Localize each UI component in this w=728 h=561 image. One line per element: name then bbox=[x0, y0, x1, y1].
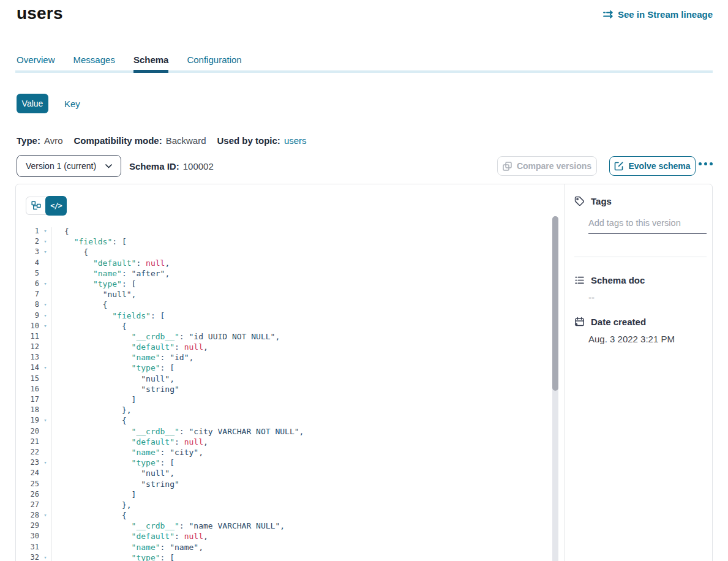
code-line: 19▾ { bbox=[16, 415, 564, 426]
code-line: 18 }, bbox=[16, 405, 564, 415]
tags-section-heading: Tags bbox=[574, 196, 612, 206]
code-text: "name": "id", bbox=[51, 352, 193, 363]
value-key-toggle: Value Key bbox=[17, 94, 80, 113]
line-number: 26 bbox=[16, 489, 39, 500]
line-number: 2 bbox=[16, 236, 39, 247]
scrollbar-thumb[interactable] bbox=[552, 216, 558, 391]
fold-arrow-icon[interactable]: ▾ bbox=[39, 247, 51, 257]
type-value: Avro bbox=[44, 135, 63, 146]
fold-spacer bbox=[39, 542, 51, 552]
add-tags-input[interactable] bbox=[588, 218, 707, 234]
code-line: 26 ] bbox=[16, 489, 564, 500]
code-view-button[interactable]: </> bbox=[45, 196, 67, 216]
chevron-down-icon bbox=[105, 164, 112, 168]
tab-overview[interactable]: Overview bbox=[17, 55, 55, 72]
code-line: 5 "name": "after", bbox=[16, 268, 564, 279]
fold-arrow-icon[interactable]: ▾ bbox=[39, 226, 51, 236]
compare-versions-button[interactable]: Compare versions bbox=[497, 156, 597, 176]
code-line: 13 "name": "id", bbox=[16, 352, 564, 363]
version-select-value: Version 1 (current) bbox=[26, 161, 96, 171]
fold-spacer bbox=[39, 394, 51, 405]
compatibility-label: Compatibility mode: bbox=[73, 135, 162, 146]
code-text: "__crdb__": "id UUID NOT NULL", bbox=[51, 331, 280, 342]
code-line: 32▾ "type": [ bbox=[16, 552, 564, 561]
code-text: { bbox=[51, 321, 127, 331]
code-text: { bbox=[51, 299, 107, 310]
fold-arrow-icon[interactable]: ▾ bbox=[39, 363, 51, 373]
fold-arrow-icon[interactable]: ▾ bbox=[39, 236, 51, 247]
fold-spacer bbox=[39, 447, 51, 457]
fold-spacer bbox=[39, 437, 51, 447]
schema-panel: </> 1▾{2▾ "fields": [3▾ {4 "default": nu… bbox=[15, 184, 713, 561]
code-line: 28▾ { bbox=[16, 510, 564, 521]
fold-spacer bbox=[39, 342, 51, 352]
line-number: 21 bbox=[16, 437, 39, 447]
fold-spacer bbox=[39, 489, 51, 500]
edit-icon bbox=[614, 162, 623, 171]
tree-view-button[interactable] bbox=[26, 197, 47, 215]
schema-meta-row: Type: Avro Compatibility mode: Backward … bbox=[17, 135, 307, 146]
code-line: 4 "default": null, bbox=[16, 258, 564, 268]
tab-configuration[interactable]: Configuration bbox=[187, 55, 241, 72]
value-tab-button[interactable]: Value bbox=[17, 94, 48, 113]
schema-doc-heading-label: Schema doc bbox=[591, 275, 645, 285]
code-text: "type": [ bbox=[51, 552, 174, 561]
fold-spacer bbox=[39, 405, 51, 415]
tag-icon bbox=[574, 196, 585, 206]
code-text: "type": [ bbox=[51, 363, 174, 373]
line-number: 25 bbox=[16, 479, 39, 489]
date-created-heading: Date created bbox=[574, 317, 646, 327]
schema-code-editor[interactable]: 1▾{2▾ "fields": [3▾ {4 "default": null,5… bbox=[16, 226, 564, 561]
date-created-heading-label: Date created bbox=[591, 317, 646, 327]
fold-arrow-icon[interactable]: ▾ bbox=[39, 311, 51, 321]
line-number: 4 bbox=[16, 258, 39, 268]
topic-link[interactable]: users bbox=[284, 135, 307, 146]
fold-arrow-icon[interactable]: ▾ bbox=[39, 299, 51, 310]
fold-arrow-icon[interactable]: ▾ bbox=[39, 415, 51, 426]
code-line: 29 "__crdb__": "name VARCHAR NULL", bbox=[16, 521, 564, 531]
fold-spacer bbox=[39, 268, 51, 279]
code-text: { bbox=[51, 247, 88, 257]
tab-schema[interactable]: Schema bbox=[133, 55, 169, 72]
line-number: 15 bbox=[16, 374, 39, 384]
ellipsis-icon[interactable] bbox=[699, 162, 713, 165]
fold-spacer bbox=[39, 468, 51, 478]
list-icon bbox=[574, 275, 585, 285]
editor-scrollbar[interactable] bbox=[552, 216, 558, 561]
code-line: 20 "__crdb__": "city VARCHAR NOT NULL", bbox=[16, 426, 564, 437]
version-select[interactable]: Version 1 (current) bbox=[17, 155, 121, 177]
fold-arrow-icon[interactable]: ▾ bbox=[39, 552, 51, 561]
code-line: 1▾{ bbox=[16, 226, 564, 236]
schema-page: users See in Stream lineage OverviewMess… bbox=[0, 0, 728, 561]
key-tab-link[interactable]: Key bbox=[64, 99, 80, 109]
line-number: 30 bbox=[16, 531, 39, 541]
code-text: "__crdb__": "name VARCHAR NULL", bbox=[51, 521, 285, 531]
code-line: 24 "null", bbox=[16, 468, 564, 478]
line-number: 6 bbox=[16, 279, 39, 289]
line-number: 23 bbox=[16, 457, 39, 468]
line-number: 28 bbox=[16, 510, 39, 521]
schema-sidebar: Tags Schema doc -- bbox=[574, 184, 707, 561]
line-number: 14 bbox=[16, 363, 39, 373]
code-line: 7 "null", bbox=[16, 289, 564, 299]
evolve-schema-button[interactable]: Evolve schema bbox=[609, 156, 696, 176]
line-number: 18 bbox=[16, 405, 39, 415]
code-text: "type": [ bbox=[51, 457, 174, 468]
code-text: "fields": [ bbox=[51, 311, 165, 321]
compare-versions-label: Compare versions bbox=[517, 161, 591, 171]
line-number: 17 bbox=[16, 394, 39, 405]
fold-spacer bbox=[39, 331, 51, 342]
code-text: }, bbox=[51, 405, 132, 415]
line-number: 5 bbox=[16, 268, 39, 279]
code-line: 3▾ { bbox=[16, 247, 564, 257]
panel-divider bbox=[564, 184, 565, 561]
see-in-stream-lineage-link[interactable]: See in Stream lineage bbox=[603, 9, 713, 20]
fold-arrow-icon[interactable]: ▾ bbox=[39, 321, 51, 331]
line-number: 31 bbox=[16, 542, 39, 552]
tab-messages[interactable]: Messages bbox=[73, 55, 115, 72]
schema-view-toggle: </> bbox=[26, 196, 67, 216]
fold-arrow-icon[interactable]: ▾ bbox=[39, 279, 51, 289]
code-line: 21 "default": null, bbox=[16, 437, 564, 447]
fold-arrow-icon[interactable]: ▾ bbox=[39, 510, 51, 521]
fold-arrow-icon[interactable]: ▾ bbox=[39, 457, 51, 468]
